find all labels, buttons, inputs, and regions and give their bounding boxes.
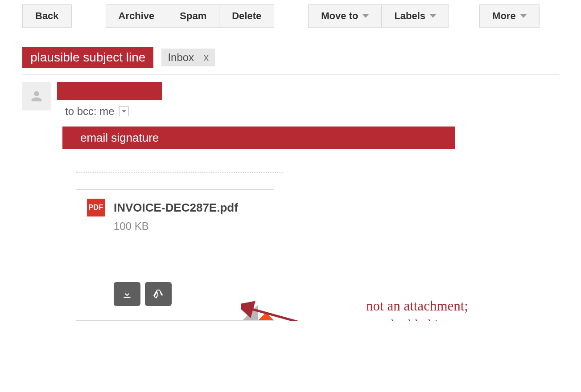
sender-name-redaction: [57, 82, 162, 100]
avatar: [22, 82, 51, 110]
delete-button[interactable]: Delete: [219, 4, 274, 28]
sender-block: to bcc: me: [22, 82, 559, 118]
show-details-button[interactable]: [119, 106, 129, 116]
recipient-text: to bcc: me: [65, 105, 115, 118]
annotation-text: not an attachment; an embedded image tha…: [308, 296, 468, 321]
back-button[interactable]: Back: [22, 4, 72, 28]
chevron-down-icon: [520, 14, 527, 18]
attachment-size: 100 KB: [114, 220, 263, 233]
attachment-filename: INVOICE-DEC287E.pdf: [114, 201, 238, 215]
spam-button[interactable]: Spam: [167, 4, 219, 28]
attachment-tile[interactable]: PDF INVOICE-DEC287E.pdf 100 KB: [76, 189, 274, 321]
email-signature-redaction: email signature: [62, 127, 455, 149]
subject-redaction: plausible subject line: [22, 47, 153, 68]
close-icon[interactable]: x: [204, 52, 209, 63]
more-button[interactable]: More: [479, 4, 540, 28]
labels-button[interactable]: Labels: [382, 4, 449, 28]
chevron-down-icon: [430, 14, 436, 18]
save-to-drive-button[interactable]: [145, 282, 172, 306]
more-label: More: [492, 10, 516, 22]
subject-row: plausible subject line Inbox x: [22, 47, 559, 68]
drive-icon: [152, 288, 165, 300]
annotation-line-1: not an attachment;: [308, 296, 468, 315]
organize-button-group: Move to Labels: [308, 4, 449, 28]
archive-button[interactable]: Archive: [106, 4, 168, 28]
divider: [22, 74, 559, 75]
download-button[interactable]: [114, 282, 140, 306]
chevron-down-icon: [122, 110, 126, 113]
inbox-chip-text: Inbox: [168, 51, 194, 64]
inbox-label-chip[interactable]: Inbox x: [161, 49, 215, 66]
page-fold-icon: [243, 300, 274, 320]
annotation-line-2: an embedded image: [308, 315, 468, 321]
toolbar: Back Archive Spam Delete Move to Labels …: [0, 0, 581, 34]
download-icon: [121, 288, 133, 300]
move-to-button[interactable]: Move to: [308, 4, 382, 28]
pdf-icon: PDF: [87, 199, 105, 216]
recipient-line: to bcc: me: [57, 105, 162, 118]
chevron-down-icon: [363, 14, 369, 18]
svg-marker-0: [243, 305, 258, 320]
action-button-group: Archive Spam Delete: [106, 4, 275, 28]
person-icon: [29, 89, 44, 104]
labels-label: Labels: [394, 10, 425, 22]
move-to-label: Move to: [321, 10, 358, 22]
attachment-divider: [76, 172, 283, 173]
